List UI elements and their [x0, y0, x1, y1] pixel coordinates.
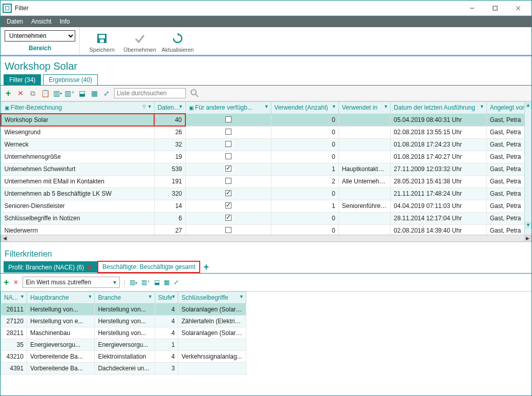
funnel-icon[interactable]: ▼: [332, 104, 336, 109]
cell-share[interactable]: [185, 138, 271, 151]
checkbox-icon[interactable]: [225, 141, 231, 147]
col-used-in[interactable]: Verwendet in▼: [338, 102, 390, 114]
table-row[interactable]: 4391Vorbereitende Ba...Dachdeckerei un..…: [1, 363, 246, 374]
save-button[interactable]: Speichern: [84, 29, 120, 53]
table-row[interactable]: 43210Vorbereitende Ba...Elektroinstallat…: [1, 351, 246, 363]
table-row[interactable]: Wiesengrund26002.08.2018 13:55:15 UhrGas…: [1, 126, 531, 138]
horizontal-scrollbar[interactable]: ◀ ▶: [1, 235, 531, 242]
table-row[interactable]: Werneck32001.08.2018 17:24:23 UhrGast, P…: [1, 138, 531, 151]
checkbox-icon[interactable]: [225, 190, 231, 196]
cell-share[interactable]: [185, 163, 271, 175]
filter-grid[interactable]: ▣ Filter-Bezeichnung▽ ▼ Datensät...▼ ▣ F…: [1, 101, 531, 235]
checkbox-icon[interactable]: [225, 215, 231, 221]
expand-icon[interactable]: ⤢: [102, 89, 111, 98]
delete-icon[interactable]: ✕: [16, 89, 25, 98]
tab-filter[interactable]: Filter (34): [4, 74, 41, 85]
table-row[interactable]: 35Energieversorgu...Energieversorgu...1: [1, 339, 246, 351]
apply-button[interactable]: Übernehmen: [122, 29, 158, 53]
table-row[interactable]: Schlüsselbegriffe in Notizen6028.11.2014…: [1, 212, 531, 224]
table-row[interactable]: Unternehmen ab 5 Beschäftigte LK SW32002…: [1, 187, 531, 200]
match-mode-select[interactable]: Ein Wert muss zutreffen ▾: [23, 277, 120, 288]
funnel-icon[interactable]: ▼: [264, 104, 269, 109]
table-row[interactable]: 28211MaschinenbauHerstellung von...4Sola…: [1, 327, 246, 339]
menu-info[interactable]: Info: [55, 17, 74, 26]
cell-share[interactable]: [185, 200, 271, 212]
tab-results[interactable]: Ergebnisse (40): [43, 74, 98, 85]
table-row[interactable]: Unternehmensgröße19001.08.2018 17:40:27 …: [1, 151, 531, 163]
checkbox-icon[interactable]: [225, 153, 231, 159]
delete-icon[interactable]: ✕: [13, 279, 18, 286]
window-maximize-button[interactable]: [483, 1, 506, 15]
funnel-icon[interactable]: ▽ ▼: [142, 104, 152, 109]
col-filter-name[interactable]: ▣ Filter-Bezeichnung▽ ▼: [1, 102, 154, 114]
paste-icon[interactable]: 📋: [40, 89, 50, 98]
funnel-icon[interactable]: ▼: [384, 104, 388, 109]
scroll-right-icon[interactable]: ▶: [524, 235, 531, 241]
refresh-button[interactable]: Aktualisieren: [160, 29, 196, 53]
scroll-up-icon[interactable]: ▲: [525, 101, 531, 109]
table-row[interactable]: Senioren-Dienstleister141Seniorenführer …: [1, 200, 531, 212]
layout-icon[interactable]: ▦: [90, 89, 99, 98]
checkbox-icon[interactable]: [225, 116, 231, 122]
checkbox-icon[interactable]: [225, 178, 231, 184]
close-icon[interactable]: ✕: [87, 263, 93, 271]
col-last-run[interactable]: Datum der letzten Ausführung▼: [391, 102, 487, 114]
scroll-left-icon[interactable]: ◀: [1, 235, 8, 241]
copy-icon[interactable]: ⧉: [28, 89, 37, 98]
checkbox-icon[interactable]: [225, 129, 231, 135]
table-row[interactable]: Unternehmen Schweinfurt5391Hauptkontakte…: [1, 163, 531, 175]
add-icon[interactable]: +: [4, 89, 13, 98]
table-row[interactable]: 27120Herstellung von e...Herstellung von…: [1, 316, 246, 327]
funnel-icon[interactable]: ▼: [88, 294, 93, 299]
cell-share[interactable]: [185, 114, 271, 126]
criteria-tab-branchen[interactable]: Profil: Branchen (NACE) (6) ✕: [4, 261, 97, 273]
col-share[interactable]: ▣ Für andere verfügb...▼: [185, 102, 271, 114]
col-stufe[interactable]: Stufe▼: [155, 292, 178, 304]
funnel-icon[interactable]: ▼: [179, 104, 183, 109]
table-row[interactable]: 26111Herstellung von...Herstellung von..…: [1, 304, 246, 316]
layout-icon[interactable]: ▦: [164, 279, 169, 286]
add-icon[interactable]: +: [4, 277, 9, 288]
table-row[interactable]: Niederwerrn27002.08.2018 14:39:40 UhrGas…: [1, 224, 531, 235]
table-row[interactable]: Unternehmen mit EMail in Kontakten1912Al…: [1, 175, 531, 187]
area-select[interactable]: Unternehmen: [5, 30, 75, 41]
criteria-grid[interactable]: NA...▼ Hauptbranche▼ Branche▼ Stufe▼ Sch…: [1, 291, 246, 374]
filter-toggle-icon[interactable]: ▥⁺: [141, 279, 150, 286]
scroll-down-icon[interactable]: ▼: [525, 221, 531, 228]
cell-share[interactable]: [185, 212, 271, 224]
window-close-button[interactable]: [506, 1, 529, 15]
col-datasets[interactable]: Datensät...▼: [154, 102, 185, 114]
checkbox-icon[interactable]: [225, 227, 231, 233]
funnel-icon[interactable]: ▼: [20, 294, 25, 299]
cell-share[interactable]: [185, 175, 271, 187]
cell-share[interactable]: [185, 151, 271, 163]
search-input[interactable]: [114, 88, 186, 98]
criteria-tab-beschaeftigte[interactable]: Beschäftigte: Beschäftigte gesamt: [97, 261, 200, 273]
export-excel-icon[interactable]: ⬓: [154, 279, 160, 286]
columns-icon[interactable]: ▥▾: [53, 89, 62, 98]
funnel-icon[interactable]: ▼: [239, 294, 244, 299]
funnel-icon[interactable]: ▼: [480, 104, 484, 109]
add-criteria-tab-icon[interactable]: +: [200, 262, 212, 273]
col-branche[interactable]: Branche▼: [95, 292, 155, 304]
expand-icon[interactable]: ⤢: [174, 279, 179, 286]
cell-share[interactable]: [185, 187, 271, 200]
cell-share[interactable]: [185, 224, 271, 235]
checkbox-icon[interactable]: [225, 202, 231, 209]
filter-toggle-icon[interactable]: ▥⁺: [65, 89, 74, 98]
funnel-icon[interactable]: ▼: [148, 294, 153, 299]
col-nace[interactable]: NA...▼: [1, 292, 27, 304]
col-hauptbranche[interactable]: Hauptbranche▼: [27, 292, 94, 304]
col-keys[interactable]: Schlüsselbegriffe▼: [178, 292, 246, 304]
table-row[interactable]: Workshop Solar40005.04.2019 08:40:31 Uhr…: [1, 114, 531, 126]
search-icon[interactable]: [189, 88, 200, 99]
col-used-count[interactable]: Verwendet (Anzahl)▼: [271, 102, 338, 114]
cell-share[interactable]: [185, 126, 271, 138]
window-minimize-button[interactable]: [460, 1, 483, 15]
funnel-icon[interactable]: ▼: [172, 294, 176, 299]
export-excel-icon[interactable]: ⬓: [77, 89, 87, 98]
columns-icon[interactable]: ▥▾: [130, 279, 137, 286]
menu-daten[interactable]: Daten: [3, 17, 27, 26]
checkbox-icon[interactable]: [225, 165, 231, 172]
menu-ansicht[interactable]: Ansicht: [27, 17, 55, 26]
